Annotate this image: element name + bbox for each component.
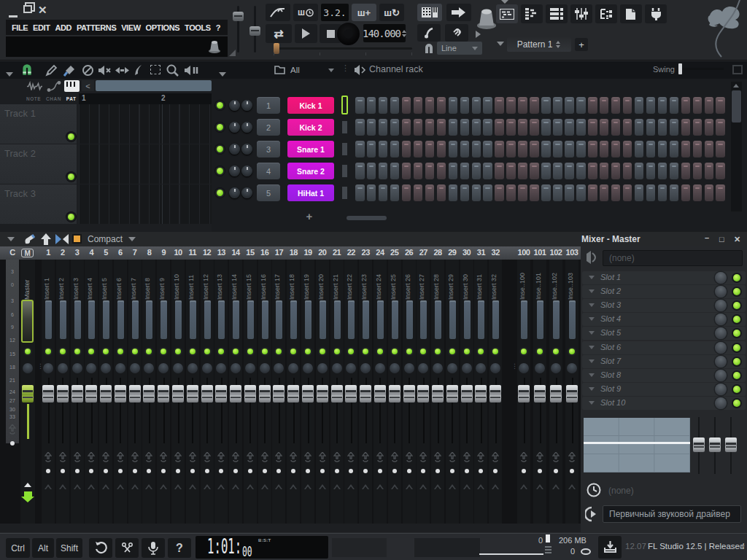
strip-mute-led[interactable] bbox=[262, 349, 268, 354]
strip-pan-knob[interactable] bbox=[490, 363, 500, 373]
step-cell[interactable] bbox=[355, 163, 365, 179]
strip-pan-knob[interactable] bbox=[72, 363, 82, 373]
channel-number-button[interactable]: 5 bbox=[257, 184, 280, 201]
step-cell[interactable] bbox=[390, 97, 400, 114]
step-cell[interactable] bbox=[449, 163, 458, 179]
step-cell[interactable] bbox=[681, 141, 691, 158]
step-cell[interactable] bbox=[402, 97, 411, 114]
slot-enable-led[interactable] bbox=[733, 302, 740, 309]
strip-select-dot[interactable] bbox=[205, 469, 209, 473]
mixer-up-arrow-icon[interactable] bbox=[41, 233, 51, 245]
strip-select-dot[interactable] bbox=[450, 469, 454, 473]
step-cell[interactable] bbox=[600, 119, 609, 136]
step-cell[interactable] bbox=[658, 141, 667, 158]
step-cell[interactable] bbox=[472, 184, 481, 201]
step-cell[interactable] bbox=[635, 119, 644, 136]
step-cell[interactable] bbox=[646, 119, 656, 136]
channel-number-button[interactable]: 1 bbox=[257, 97, 280, 114]
mixer-strip[interactable]: Insert 14 bbox=[229, 260, 242, 524]
strip-arrow[interactable] bbox=[247, 484, 254, 489]
step-cell[interactable] bbox=[495, 97, 504, 114]
slot-mix-knob[interactable] bbox=[715, 327, 727, 339]
strip-fader[interactable] bbox=[85, 385, 97, 402]
step-cell[interactable] bbox=[553, 163, 562, 179]
step-cell[interactable] bbox=[565, 119, 574, 136]
step-cell[interactable] bbox=[414, 163, 423, 179]
rack-horizontal-scrollbar[interactable] bbox=[336, 216, 394, 220]
strip-fader[interactable] bbox=[287, 385, 299, 402]
step-cell[interactable] bbox=[611, 184, 621, 201]
link-icon[interactable] bbox=[445, 24, 468, 42]
step-cell[interactable] bbox=[670, 163, 679, 179]
step-cell[interactable] bbox=[658, 119, 667, 136]
mixer-minimize-icon[interactable]: – bbox=[705, 233, 709, 242]
strip-pan-knob[interactable] bbox=[462, 363, 472, 373]
step-cell[interactable] bbox=[379, 119, 388, 136]
step-cell[interactable] bbox=[506, 141, 516, 158]
effect-slot-10[interactable]: Slot 10 bbox=[582, 397, 746, 410]
add-channel-button[interactable]: + bbox=[303, 212, 316, 222]
strip-pan-knob[interactable] bbox=[288, 363, 298, 373]
slot-mix-knob[interactable] bbox=[715, 342, 727, 354]
strip-mute-led[interactable] bbox=[377, 349, 383, 354]
strip-fader[interactable] bbox=[389, 385, 400, 402]
strip-pan-knob[interactable] bbox=[476, 363, 486, 373]
step-cell[interactable] bbox=[425, 184, 435, 201]
channel-mute-led[interactable] bbox=[217, 124, 223, 131]
strip-fader[interactable] bbox=[158, 385, 169, 402]
step-cell[interactable] bbox=[506, 119, 516, 136]
strip-fader[interactable] bbox=[215, 385, 227, 402]
menu-item-help[interactable]: ? bbox=[216, 23, 220, 32]
strip-select-dot[interactable] bbox=[522, 469, 526, 473]
strip-mute-led[interactable] bbox=[175, 349, 181, 354]
step-cell[interactable] bbox=[553, 119, 562, 136]
strip-number[interactable]: 5 bbox=[98, 248, 113, 257]
pattern-mode-icon[interactable] bbox=[64, 80, 80, 92]
step-cell[interactable] bbox=[367, 119, 376, 136]
step-cell[interactable] bbox=[390, 119, 400, 136]
mixer-strip[interactable]: Insert 17 bbox=[272, 260, 285, 524]
slot-mix-knob[interactable] bbox=[715, 286, 727, 298]
step-cell[interactable] bbox=[693, 184, 703, 201]
step-cell[interactable] bbox=[681, 184, 691, 201]
mixer-strip[interactable]: Insert 18 bbox=[287, 260, 300, 524]
strip-mute-led[interactable] bbox=[132, 349, 138, 354]
step-cell[interactable] bbox=[635, 141, 644, 158]
strip-mute-led[interactable] bbox=[290, 349, 296, 354]
channel-number-button[interactable]: 3 bbox=[257, 141, 280, 158]
strip-number[interactable]: 4 bbox=[84, 248, 98, 257]
channel-filter-selector[interactable]: All bbox=[290, 64, 334, 76]
strip-select-dot[interactable] bbox=[118, 469, 123, 473]
strip-select-dot[interactable] bbox=[421, 469, 425, 473]
mixer-strip[interactable]: Insert 11 bbox=[186, 260, 199, 524]
strip-select-dot[interactable] bbox=[378, 469, 382, 473]
strip-mute-led[interactable] bbox=[449, 349, 455, 354]
step-cell[interactable] bbox=[553, 97, 562, 114]
step-cell[interactable] bbox=[600, 163, 609, 179]
step-cell[interactable] bbox=[460, 97, 470, 114]
slot-mix-knob[interactable] bbox=[715, 356, 727, 368]
strip-fader[interactable] bbox=[475, 385, 487, 402]
channel-button-hihat-1[interactable]: HiHat 1 bbox=[287, 184, 334, 201]
paint-tool-icon[interactable] bbox=[63, 64, 76, 77]
slot-arrow-icon[interactable] bbox=[589, 387, 595, 391]
key-ctrl-button[interactable]: Ctrl bbox=[6, 538, 30, 558]
snap-selector[interactable]: Line bbox=[437, 42, 482, 55]
slot-enable-led[interactable] bbox=[733, 400, 740, 407]
strip-select-dot[interactable] bbox=[104, 469, 108, 473]
step-cell[interactable] bbox=[623, 184, 632, 201]
step-cell[interactable] bbox=[425, 141, 435, 158]
swing-j-icon[interactable] bbox=[417, 24, 441, 42]
step-cell[interactable] bbox=[483, 163, 492, 179]
menu-item-tools[interactable]: TOOLS bbox=[185, 23, 211, 32]
strip-fader[interactable] bbox=[201, 385, 213, 402]
strip-arrow[interactable] bbox=[204, 484, 211, 489]
typing-keyboard-icon[interactable] bbox=[266, 4, 290, 21]
current-strip-header[interactable]: C bbox=[5, 248, 20, 257]
plugin-name-field[interactable]: (none) bbox=[603, 250, 743, 266]
step-cell[interactable] bbox=[705, 141, 714, 158]
slot-arrow-icon[interactable] bbox=[589, 401, 595, 405]
step-cell[interactable] bbox=[437, 97, 446, 114]
mixer-strip[interactable]: Insert 28 bbox=[431, 260, 444, 524]
wait-input-icon[interactable]: ш bbox=[293, 4, 318, 21]
